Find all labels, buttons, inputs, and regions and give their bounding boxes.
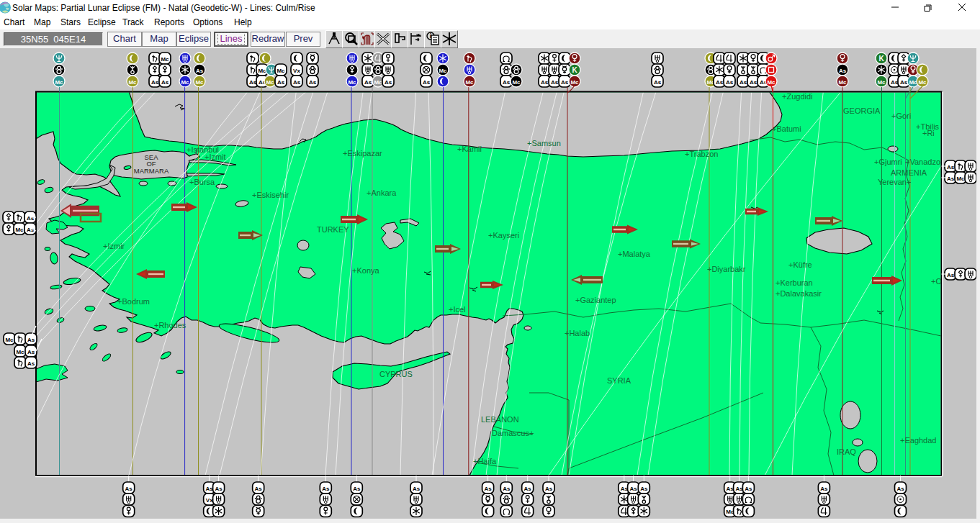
svg-text:+Eaghdad: +Eaghdad: [900, 436, 936, 445]
svg-text:+Ankara: +Ankara: [367, 188, 397, 197]
svg-text:+Vanadzo: +Vanadzo: [905, 158, 940, 166]
svg-text:+Eskisehir: +Eskisehir: [252, 191, 289, 199]
svg-text:TURKEY: TURKEY: [317, 225, 349, 234]
svg-text:+Batumi: +Batumi: [772, 124, 801, 133]
svg-text:Damascus+: Damascus+: [492, 429, 534, 437]
svg-text:+Trabzon: +Trabzon: [685, 150, 718, 158]
svg-text:+Izmir: +Izmir: [103, 242, 125, 250]
svg-text:+Haifa: +Haifa: [473, 457, 497, 465]
svg-text:ARMENIA: ARMENIA: [891, 168, 927, 177]
svg-text:+Malatya: +Malatya: [618, 250, 651, 258]
svg-text:+Küfre: +Küfre: [788, 260, 812, 269]
svg-text:+Ri: +Ri: [922, 129, 935, 137]
svg-text:+Eskipazar: +Eskipazar: [343, 149, 382, 158]
svg-text:GEORGIA: GEORGIA: [843, 106, 881, 115]
svg-text:+Bursa: +Bursa: [189, 178, 215, 186]
svg-text:+Gori: +Gori: [891, 112, 911, 120]
svg-text:+Kayseri: +Kayseri: [488, 231, 519, 240]
svg-text:MARMARA: MARMARA: [134, 167, 169, 175]
svg-text:CYPRUS: CYPRUS: [379, 370, 413, 378]
svg-text:+Gjumri: +Gjumri: [874, 158, 902, 166]
svg-text:Yerevan+: Yerevan+: [878, 178, 911, 186]
svg-text:+Bodrum: +Bodrum: [117, 297, 150, 306]
svg-text:+Diyarbakr: +Diyarbakr: [707, 265, 746, 273]
svg-text:+Halab: +Halab: [565, 329, 590, 337]
svg-text:+Samsun: +Samsun: [527, 139, 561, 147]
svg-text:+O: +O: [931, 277, 942, 286]
svg-text:+Zugdidi: +Zugdidi: [782, 92, 813, 101]
svg-text:+Izmit: +Izmit: [204, 153, 226, 161]
svg-text:+Rhodes: +Rhodes: [154, 321, 186, 329]
svg-text:SYRIA: SYRIA: [607, 376, 631, 385]
svg-text:+Kerburan: +Kerburan: [776, 278, 813, 287]
svg-text:+Dalavakasir: +Dalavakasir: [776, 289, 822, 298]
svg-text:IRAQ: IRAQ: [837, 447, 856, 456]
svg-text:+Konya: +Konya: [352, 266, 379, 275]
svg-text:+Icel: +Icel: [449, 305, 466, 314]
svg-text:LEBANON: LEBANON: [481, 415, 519, 424]
svg-text:+Gaziantep: +Gaziantep: [575, 296, 616, 304]
svg-text:+Kâmil: +Kâmil: [457, 145, 482, 153]
